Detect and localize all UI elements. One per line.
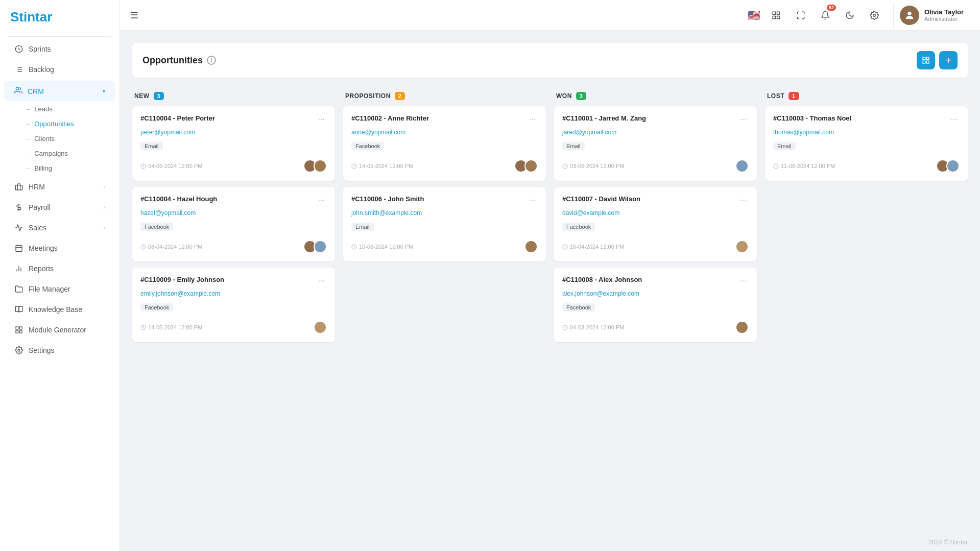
card-title-c3: #C110009 - Emily Johnson [140, 276, 224, 283]
kanban-col-new: NEW 3 #C110004 - Peter Porter ··· peter@… [132, 88, 335, 348]
sidebar-item-settings[interactable]: Settings [4, 341, 115, 360]
col-header-lost: LOST 1 [765, 88, 968, 106]
card-menu-c6[interactable]: ··· [738, 114, 749, 125]
col-label-proposition: PROPOSITION [345, 92, 391, 100]
card-header-c6: #C110001 - Jarred M. Zang ··· [562, 114, 749, 125]
svg-rect-31 [923, 61, 925, 63]
fullscreen-button[interactable] [792, 7, 809, 24]
sidebar-item-billing[interactable]: Billing [18, 161, 119, 176]
card-email-c6: jared@yopmail.com [562, 129, 749, 136]
leads-label: Leads [34, 105, 52, 113]
sidebar-label-backlog: Backlog [29, 65, 54, 74]
sidebar-item-module-generator[interactable]: Module Generator [4, 320, 115, 340]
card-avatars-c7 [735, 240, 749, 253]
svg-point-27 [907, 11, 911, 15]
sidebar-item-opportunities[interactable]: Opportunities [18, 116, 119, 131]
card-menu-c8[interactable]: ··· [738, 276, 749, 286]
card-email-c3: emily.johnson@example.com [140, 290, 327, 297]
sidebar-item-meetings[interactable]: Meetings [4, 238, 115, 258]
sidebar-item-payroll[interactable]: Payroll › [4, 198, 115, 217]
sidebar-label-knowledge-base: Knowledge Base [29, 305, 82, 314]
card-header-c8: #C110008 - Alex Johnson ··· [562, 276, 749, 286]
card-header-c7: #C110007 - David Wilson ··· [562, 195, 749, 205]
sales-chevron-icon: › [103, 225, 105, 231]
opportunity-card-c3: #C110009 - Emily Johnson ··· emily.johns… [132, 268, 335, 342]
card-footer-c1: 04-06-2024 12:00 PM [140, 159, 327, 173]
svg-rect-8 [15, 185, 22, 190]
user-avatar [900, 6, 919, 25]
svg-rect-20 [16, 330, 18, 333]
card-header-c2: #C110004 - Hazel Hough ··· [140, 195, 327, 205]
avatar-c7-1 [735, 240, 749, 253]
sidebar-item-crm[interactable]: CRM ▾ [4, 81, 115, 101]
user-name: Olivia Taylor [924, 8, 964, 16]
card-footer-c8: 04-03-2024 12:00 PM [562, 321, 749, 334]
logo[interactable]: Stintar [0, 0, 119, 34]
card-menu-c1[interactable]: ··· [316, 114, 327, 125]
kanban-board: NEW 3 #C110004 - Peter Porter ··· peter@… [132, 88, 968, 348]
sidebar-item-campaigns[interactable]: Campaigns [18, 146, 119, 161]
kanban-col-lost: LOST 1 #C110003 - Thomas Noel ··· thomas… [765, 88, 968, 187]
sidebar-item-leads[interactable]: Leads [18, 102, 119, 116]
card-avatars-c9 [936, 159, 960, 173]
avatar-c4-2 [524, 159, 538, 173]
header: ☰ 🇺🇸 52 Oli [120, 0, 980, 31]
crm-chevron-icon: ▾ [103, 88, 105, 94]
card-avatars-c8 [735, 321, 749, 334]
card-menu-c2[interactable]: ··· [316, 195, 327, 205]
meetings-icon [14, 244, 23, 253]
card-time-c3: 14-05-2024 12:00 PM [140, 324, 202, 330]
svg-rect-29 [926, 57, 929, 60]
svg-rect-30 [926, 61, 929, 63]
footer: 2024 © Stintar [120, 534, 980, 551]
grid-view-button[interactable] [917, 51, 935, 69]
card-menu-c4[interactable]: ··· [527, 114, 538, 125]
hamburger-menu-icon[interactable]: ☰ [130, 10, 138, 21]
sidebar-item-hrm[interactable]: HRM › [4, 177, 115, 197]
sidebar-item-backlog[interactable]: Backlog [4, 60, 115, 79]
card-header-c5: #C110006 - John Smith ··· [351, 195, 538, 205]
footer-text: 2024 © Stintar [928, 539, 968, 546]
card-email-c4: anne@yopmail.com [351, 129, 538, 136]
crm-icon [14, 86, 22, 96]
svg-point-7 [16, 87, 18, 90]
sidebar-label-hrm: HRM [29, 183, 45, 191]
sidebar-label-meetings: Meetings [29, 244, 58, 252]
crm-submenu: Leads Opportunities Clients Campaigns Bi… [0, 102, 119, 176]
card-menu-c5[interactable]: ··· [527, 195, 538, 205]
svg-rect-17 [16, 327, 18, 329]
sidebar-item-clients[interactable]: Clients [18, 131, 119, 146]
notifications-button[interactable]: 52 [817, 7, 834, 24]
user-section[interactable]: Olivia Taylor Administrator [893, 3, 970, 28]
card-time-c7: 16-04-2024 12:00 PM [562, 244, 624, 250]
info-icon[interactable]: i [207, 56, 216, 65]
card-time-c5: 10-06-2024 12:00 PM [351, 244, 413, 250]
dark-mode-button[interactable] [841, 7, 858, 24]
card-title-c8: #C110008 - Alex Johnson [562, 276, 642, 283]
sidebar-item-reports[interactable]: Reports [4, 259, 115, 278]
apps-button[interactable] [768, 7, 785, 24]
card-menu-c9[interactable]: ··· [949, 114, 960, 125]
sidebar-label-crm: CRM [28, 87, 44, 95]
flag-icon[interactable]: 🇺🇸 [748, 9, 760, 21]
svg-rect-28 [923, 57, 925, 60]
add-opportunity-button[interactable]: + [939, 51, 958, 69]
sidebar-item-file-manager[interactable]: File Manager [4, 279, 115, 299]
logo-text: Stintar [10, 9, 52, 25]
card-avatars-c3 [314, 321, 327, 334]
crm-section: CRM ▾ Leads Opportunities Clients Campai… [0, 81, 119, 176]
settings-header-button[interactable] [866, 7, 883, 24]
opportunity-card-c4: #C110002 - Anne Richter ··· anne@yopmail… [343, 106, 546, 181]
sidebar-item-sales[interactable]: Sales › [4, 218, 115, 237]
page-title: Opportunities [142, 55, 203, 66]
sidebar-item-knowledge-base[interactable]: Knowledge Base [4, 300, 115, 319]
card-menu-c3[interactable]: ··· [316, 276, 327, 286]
card-menu-c7[interactable]: ··· [738, 195, 749, 205]
sidebar-item-sprints[interactable]: Sprints [4, 39, 115, 59]
opportunities-label: Opportunities [34, 120, 74, 128]
notification-badge: 52 [827, 5, 836, 11]
card-time-c1: 04-06-2024 12:00 PM [140, 163, 202, 169]
svg-rect-18 [19, 327, 22, 329]
card-tag-c4: Facebook [351, 142, 384, 150]
card-tag-c1: Email [140, 142, 163, 150]
